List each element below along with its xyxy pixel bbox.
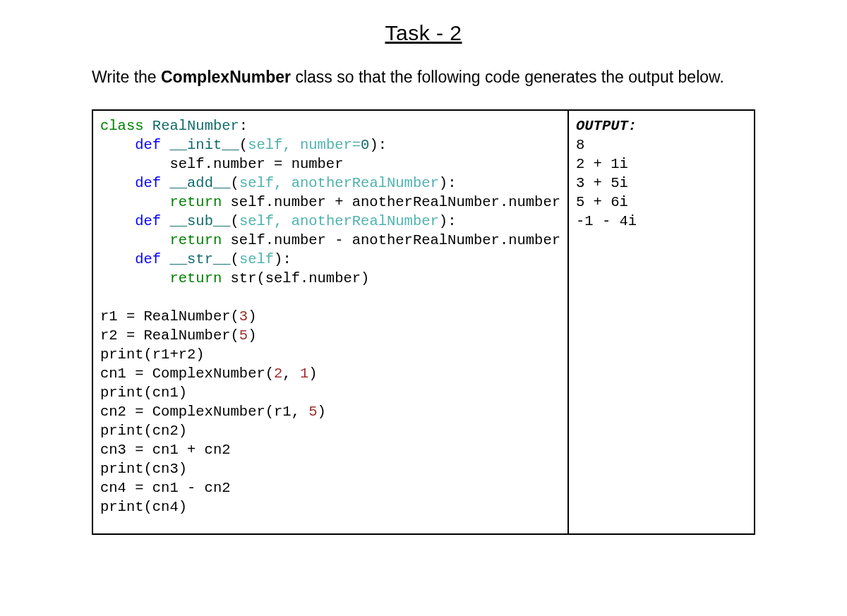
t: r2 = RealNumber( [100,327,239,344]
args: self [239,251,274,267]
id-str: __str__ [169,251,230,267]
num: 5 [239,327,248,344]
page: Task - 2 Write the ComplexNumber class s… [0,0,847,616]
t: ): [439,213,457,229]
t: ) [248,308,256,325]
t: ): [274,251,292,267]
t: r1 = RealNumber( [100,308,239,325]
t: cn2 = ComplexNumber(r1, [100,404,308,420]
instruction-suffix: class so that the following code generat… [291,68,724,86]
output-column: OUTPUT: 8 2 + 1i 3 + 5i 5 + 6i -1 - 4i [569,111,754,534]
kw-class: class [100,118,144,134]
kw-return: return [169,232,222,248]
t: self.number = number [100,156,343,172]
t: print(r1+r2) [100,346,205,363]
t [100,137,135,153]
t: print(cn4) [100,499,187,515]
output-line: 5 + 6i [576,194,628,210]
t: ( [231,175,239,191]
task-title: Task - 2 [92,21,755,45]
id-realnumber: RealNumber [152,118,239,134]
output-line: 8 [576,137,584,153]
kw-def: def [135,137,161,153]
t: cn3 = cn1 + cn2 [100,442,231,458]
t: ): [369,137,387,153]
t [144,118,152,134]
id-init: __init__ [169,137,239,153]
num: 5 [308,404,317,420]
t [100,213,135,229]
kw-def: def [135,213,161,229]
id-sub: __sub__ [169,213,230,229]
t [100,175,135,191]
t: ) [318,404,326,420]
output-line: -1 - 4i [576,213,637,229]
kw-def: def [135,251,161,267]
output-line: 2 + 1i [576,156,628,172]
t: ): [439,175,457,191]
t: print(cn2) [100,423,187,439]
t [161,137,169,153]
code-column: class RealNumber: def __init__(self, num… [93,111,569,534]
args: self, anotherRealNumber [239,175,439,191]
t: ) [308,366,317,382]
t: ( [231,213,239,229]
num: 3 [239,308,248,325]
t [100,194,169,210]
t [161,251,169,267]
kw-return: return [169,270,222,286]
t: self.number - anotherRealNumber.number [222,232,560,248]
t [100,251,135,267]
t: print(cn1) [100,385,187,401]
kw-def: def [135,175,161,191]
kw-return: return [169,194,222,210]
code-output-box: class RealNumber: def __init__(self, num… [92,109,755,536]
t: print(cn3) [100,461,187,477]
args: self, number= [248,137,361,153]
t: cn1 = ComplexNumber( [100,366,274,382]
num: 2 [274,366,282,382]
t [161,213,169,229]
t: : [239,118,248,134]
t: str(self.number) [222,270,369,286]
id-add: __add__ [169,175,230,191]
instruction-prefix: Write the [92,68,161,86]
t [100,270,169,286]
t: ( [231,251,239,267]
num0: 0 [361,137,369,153]
args: self, anotherRealNumber [239,213,439,229]
t: ) [248,327,256,344]
t: self.number + anotherRealNumber.number [222,194,560,210]
output-line: 3 + 5i [576,175,628,191]
t: , [282,366,300,382]
t [161,175,169,191]
instruction-bold: ComplexNumber [161,68,291,86]
t: ( [239,137,248,153]
num: 1 [300,366,308,382]
t: cn4 = cn1 - cn2 [100,480,231,496]
t [100,232,169,248]
instruction-text: Write the ComplexNumber class so that th… [92,65,755,90]
output-title: OUTPUT: [576,118,637,134]
